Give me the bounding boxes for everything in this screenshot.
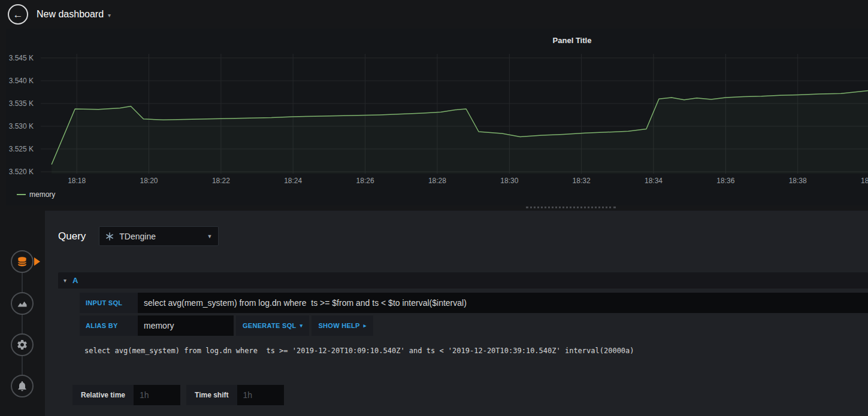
- caret-right-icon: ▸: [364, 323, 367, 329]
- x-axis-tick-label: 18:18: [68, 177, 86, 185]
- query-form-rows: INPUT SQL ALIAS BY GENERATE SQL ▾ SHOW H…: [80, 293, 868, 355]
- alias-by-row: ALIAS BY GENERATE SQL ▾ SHOW HELP ▸: [80, 315, 868, 336]
- alias-by-label: ALIAS BY: [80, 315, 138, 336]
- tab-alert[interactable]: [11, 375, 34, 397]
- datasource-picker[interactable]: TDengine ▼: [99, 226, 219, 246]
- x-axis-tick-label: 18:26: [356, 177, 374, 185]
- input-sql-row: INPUT SQL: [80, 293, 868, 313]
- graph-panel: Panel Title 3.545 K3.540 K3.535 K3.530 K…: [6, 29, 868, 205]
- resize-handle[interactable]: [526, 207, 616, 208]
- x-axis-tick-label: 18:28: [428, 177, 446, 185]
- panel-editor: Query TDengine ▼ ▾ A: [0, 211, 868, 416]
- legend-label: memory: [29, 190, 55, 199]
- y-axis-tick-label: 3.525 K: [6, 145, 34, 153]
- y-axis-tick-label: 3.520 K: [6, 168, 34, 176]
- caret-down-icon: ▾: [63, 277, 66, 284]
- x-axis-tick-label: 18:40: [861, 177, 868, 185]
- y-axis-tick-label: 3.535 K: [6, 99, 34, 108]
- datasource-name: TDengine: [119, 232, 201, 241]
- x-axis-tick-label: 18:20: [140, 177, 158, 185]
- caret-down-icon: ▼: [207, 233, 212, 239]
- panel-title[interactable]: Panel Title: [6, 36, 868, 45]
- query-row-header[interactable]: ▾ A: [58, 272, 868, 289]
- tab-visualization[interactable]: [11, 292, 34, 315]
- query-header: Query TDengine ▼: [45, 211, 868, 246]
- query-ref-id: A: [72, 276, 78, 285]
- gear-icon: [16, 339, 28, 351]
- x-axis: 18:1818:2018:2218:2418:2618:2818:3018:32…: [41, 177, 868, 186]
- relative-time-label: Relative time: [72, 385, 134, 405]
- legend-color-swatch: [17, 194, 26, 195]
- timeseries-plot[interactable]: [41, 54, 868, 174]
- back-button[interactable]: ←: [8, 4, 28, 25]
- caret-down-icon: ▾: [300, 323, 303, 329]
- panel-editor-tabs: [0, 211, 45, 416]
- alias-by-field[interactable]: [138, 315, 234, 336]
- dashboard-title-menu[interactable]: New dashboard ▾: [37, 9, 111, 20]
- time-shift-label: Time shift: [186, 385, 237, 405]
- tab-queries[interactable]: [11, 250, 34, 273]
- tab-general[interactable]: [11, 333, 34, 356]
- relative-time-input[interactable]: [134, 385, 180, 405]
- show-help-button[interactable]: SHOW HELP ▸: [311, 315, 373, 336]
- panel-resize-row: [0, 205, 868, 211]
- query-block: ▾ A INPUT SQL ALIAS BY GENERATE SQL ▾: [58, 272, 868, 355]
- legend-item-memory[interactable]: memory: [17, 190, 55, 199]
- x-axis-tick-label: 18:24: [284, 177, 302, 185]
- graph-icon: [16, 297, 28, 309]
- generated-sql-preview: select avg(mem_system) from log.dn where…: [80, 338, 868, 355]
- y-axis-tick-label: 3.530 K: [6, 122, 34, 130]
- bell-icon: [16, 380, 28, 392]
- caret-down-icon: ▾: [108, 10, 111, 19]
- query-time-options: Relative time Time shift: [72, 385, 284, 405]
- active-tab-arrow: [34, 257, 40, 266]
- generate-sql-button[interactable]: GENERATE SQL ▾: [236, 315, 309, 336]
- time-shift-input[interactable]: [237, 385, 284, 405]
- back-arrow-icon: ←: [13, 10, 23, 20]
- input-sql-field[interactable]: [138, 293, 868, 313]
- top-navbar: ← New dashboard ▾: [0, 0, 868, 29]
- show-help-label: SHOW HELP: [318, 322, 359, 329]
- x-axis-tick-label: 18:22: [212, 177, 230, 185]
- x-axis-tick-label: 18:30: [500, 177, 518, 185]
- y-axis-tick-label: 3.545 K: [6, 54, 34, 62]
- y-axis-tick-label: 3.540 K: [6, 77, 34, 85]
- datasource-logo-icon: [105, 232, 114, 241]
- tab-connector-line: [22, 262, 23, 386]
- generate-sql-label: GENERATE SQL: [243, 322, 297, 329]
- x-axis-tick-label: 18:32: [573, 177, 591, 185]
- query-editor-pane: Query TDengine ▼ ▾ A: [45, 211, 868, 416]
- query-heading: Query: [58, 230, 86, 242]
- database-icon: [16, 256, 28, 268]
- x-axis-tick-label: 18:34: [645, 177, 663, 185]
- y-axis: 3.545 K3.540 K3.535 K3.530 K3.525 K3.520…: [6, 54, 34, 174]
- dashboard-title: New dashboard: [37, 9, 104, 20]
- x-axis-tick-label: 18:38: [789, 177, 807, 185]
- legend: memory: [17, 190, 55, 199]
- x-axis-tick-label: 18:36: [716, 177, 734, 185]
- input-sql-label: INPUT SQL: [80, 293, 138, 313]
